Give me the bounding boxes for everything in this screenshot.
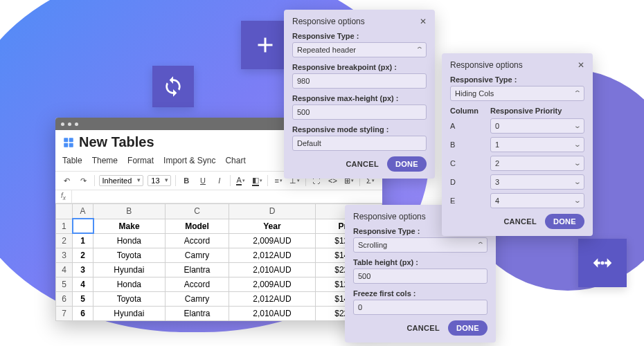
priority-select[interactable]: 0 (490, 118, 584, 134)
bold-button[interactable]: B (180, 174, 193, 187)
refresh-tile (152, 66, 194, 107)
priority-select[interactable]: 4 (490, 193, 584, 208)
cell[interactable]: 5 (56, 277, 73, 292)
font-size-select[interactable]: 13 (147, 175, 171, 186)
cell[interactable]: Camry (165, 248, 229, 263)
cell[interactable]: 4 (56, 263, 73, 277)
cell[interactable]: 2,010AUD (229, 263, 315, 277)
table-height-input[interactable] (353, 268, 488, 284)
cell[interactable]: Model (165, 219, 229, 233)
menu-format[interactable]: Format (127, 156, 154, 165)
menu-import-sync[interactable]: Import & Sync (163, 156, 215, 165)
redo-button[interactable]: ↷ (78, 174, 90, 187)
plus-tile (241, 21, 289, 69)
cell[interactable]: 5 (73, 292, 93, 307)
cell[interactable]: 2,009AUD (229, 277, 315, 292)
col-header[interactable]: C (165, 204, 229, 219)
text-color-button[interactable]: A (235, 174, 247, 187)
max-height-input[interactable] (292, 104, 427, 120)
cell[interactable]: 2 (56, 233, 73, 248)
responsive-panel-repeated-header: Responsive options ✕ Responsive Type : R… (284, 10, 435, 179)
menu-table[interactable]: Table (62, 156, 82, 165)
mode-styling-input[interactable] (292, 136, 427, 151)
col-header[interactable]: A (73, 204, 93, 219)
cell[interactable]: Toyota (93, 292, 166, 307)
cell[interactable]: 2,009AUD (229, 233, 315, 248)
responsive-type-select[interactable]: Hiding Cols (450, 86, 584, 101)
responsive-type-select[interactable]: Scrolling (353, 237, 488, 253)
priority-select[interactable]: 1 (490, 137, 584, 152)
cell[interactable]: Elantra (165, 263, 229, 277)
cell[interactable]: 2 (73, 248, 93, 263)
svg-rect-3 (64, 143, 68, 147)
undo-button[interactable]: ↶ (61, 174, 73, 187)
cancel-button[interactable]: CANCEL (503, 217, 537, 226)
priority-select[interactable]: 3 (490, 174, 584, 190)
cell[interactable]: 1 (56, 219, 73, 233)
panel-title: Responsive options (292, 17, 365, 26)
col-header[interactable]: B (93, 204, 166, 219)
svg-rect-2 (69, 138, 73, 142)
slider-tile (578, 239, 627, 287)
cell[interactable]: Elantra (165, 307, 229, 321)
cell[interactable]: Hyundai (93, 307, 166, 321)
freeze-cols-label: Freeze first cols : (353, 289, 488, 298)
breakpoint-input[interactable] (292, 73, 427, 89)
close-icon[interactable]: ✕ (420, 17, 427, 26)
fill-color-button[interactable]: ◧ (251, 174, 263, 187)
cell[interactable]: Honda (93, 233, 166, 248)
cell[interactable]: 4 (73, 277, 93, 292)
cell[interactable]: 3 (73, 263, 93, 277)
priority-column-label: B (450, 140, 483, 149)
cell[interactable]: Honda (93, 277, 166, 292)
cell[interactable]: Accord (165, 277, 229, 292)
done-button[interactable]: DONE (448, 320, 488, 336)
max-height-label: Responsive max-height (px) : (292, 94, 427, 102)
cell[interactable]: 1 (73, 233, 93, 248)
cell[interactable]: Make (93, 219, 166, 233)
cancel-button[interactable]: CANCEL (406, 324, 440, 332)
column-header: Column (450, 107, 483, 115)
cell[interactable]: 2,010AUD (229, 307, 315, 321)
menu-theme[interactable]: Theme (92, 156, 118, 165)
cell[interactable]: Camry (165, 292, 229, 307)
cell[interactable]: 2,012AUD (229, 248, 315, 263)
cell[interactable]: 3 (56, 248, 73, 263)
cell[interactable]: Accord (165, 233, 229, 248)
priority-column-label: A (450, 122, 483, 130)
responsive-type-select[interactable]: Repeated header (292, 42, 427, 57)
svg-point-0 (601, 262, 605, 265)
cell[interactable]: Year (229, 219, 315, 233)
done-button[interactable]: DONE (387, 156, 427, 172)
italic-button[interactable]: I (213, 174, 226, 187)
window-dot (75, 122, 78, 126)
horizontal-scroll-icon (589, 249, 616, 277)
done-button[interactable]: DONE (545, 214, 584, 229)
cell[interactable]: 2,012AUD (229, 292, 315, 307)
underline-button[interactable]: U (197, 174, 209, 187)
col-header[interactable] (56, 204, 73, 219)
fx-label: fx (55, 190, 72, 203)
priority-header: Responsive Priority (490, 107, 584, 115)
table-height-label: Table height (px) : (353, 258, 488, 266)
menu-chart[interactable]: Chart (225, 156, 245, 165)
close-icon[interactable]: ✕ (578, 60, 584, 70)
col-header[interactable]: D (229, 204, 315, 219)
align-button[interactable]: ≡ (272, 174, 285, 187)
font-family-select[interactable]: Inherited (99, 175, 144, 186)
cell[interactable]: 7 (56, 307, 73, 321)
formula-input[interactable] (72, 191, 382, 202)
cell[interactable]: 6 (73, 307, 93, 321)
responsive-type-label: Responsive Type : (450, 75, 584, 84)
cell[interactable]: 6 (56, 292, 73, 307)
cell[interactable] (73, 219, 93, 233)
panel-title: Responsive options (450, 60, 523, 70)
cancel-button[interactable]: CANCEL (346, 160, 379, 168)
cell[interactable]: Hyundai (93, 263, 166, 277)
responsive-type-label: Responsive Type : (292, 32, 427, 40)
spreadsheet-grid[interactable]: ABCDE 1MakeModelYearPrice21HondaAccord2,… (55, 203, 382, 321)
plus-icon (253, 33, 278, 57)
freeze-cols-input[interactable] (353, 300, 488, 315)
priority-select[interactable]: 2 (490, 156, 584, 171)
cell[interactable]: Toyota (93, 248, 166, 263)
